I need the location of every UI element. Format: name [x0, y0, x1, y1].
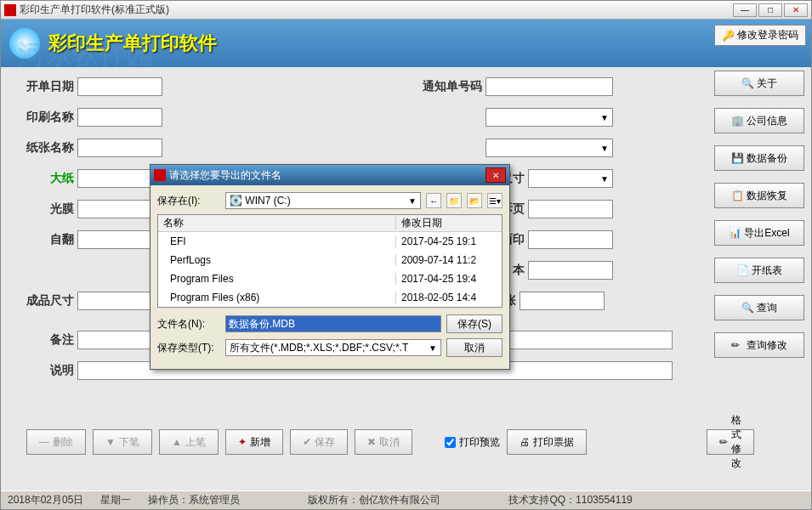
paper-table-button[interactable]: 📄开纸表 — [714, 258, 804, 283]
drive-icon: 💽 — [230, 195, 242, 207]
table-icon: 📄 — [736, 264, 748, 276]
status-qq: 技术支持QQ：1103554119 — [508, 493, 632, 507]
statusbar: 2018年02月05日 星期一 操作员：系统管理员 版权所有：创亿软件有限公司 … — [1, 490, 811, 509]
filename-input[interactable] — [225, 315, 441, 332]
delete-button[interactable]: —删除 — [26, 429, 86, 455]
file-row[interactable]: PerfLogs2009-07-14 11:2 — [158, 251, 502, 269]
file-row[interactable]: Program Files2017-04-25 19:4 — [158, 269, 502, 288]
new-folder-icon[interactable]: 📂 — [467, 193, 482, 208]
about-button[interactable]: 🔍关于 — [714, 71, 804, 96]
main-area: 开单日期 通知单号码 印刷名称 纸张名称 大纸 — [1, 67, 811, 490]
minimize-button[interactable]: — — [733, 3, 757, 17]
key-icon: 🔑 — [722, 30, 734, 42]
paper-name-label: 纸张名称 — [9, 140, 77, 156]
film-label: 光膜 — [9, 201, 77, 217]
file-row[interactable]: Program Files (x86)2018-02-05 14:4 — [158, 288, 502, 307]
company-icon: 🏢 — [731, 115, 743, 127]
print-ticket-button[interactable]: 🖨打印票据 — [507, 429, 587, 455]
save-in-combo[interactable]: 💽 WIN7 (C:) — [225, 192, 421, 209]
printer-icon: 🖨 — [520, 436, 530, 448]
remark-label: 备注 — [9, 332, 77, 348]
file-list-header: 名称 修改日期 — [158, 215, 502, 232]
status-weekday: 星期一 — [100, 493, 131, 507]
book-input[interactable] — [528, 261, 613, 280]
side-buttons: 🔍关于 🏢公司信息 💾数据备份 📋数据恢复 📊导出Excel 📄开纸表 🔍查询 … — [714, 71, 804, 358]
file-list[interactable]: 名称 修改日期 EFI2017-04-25 19:1 PerfLogs2009-… — [157, 214, 503, 308]
add-button[interactable]: ✦新增 — [225, 429, 283, 455]
restore-icon: 📋 — [731, 190, 743, 201]
up-folder-icon[interactable]: 📁 — [446, 193, 462, 208]
minus-icon: — — [39, 436, 49, 448]
dialog-cancel-button[interactable]: 取消 — [446, 338, 503, 357]
date-label: 开单日期 — [9, 79, 77, 94]
single-print-input[interactable] — [528, 230, 613, 249]
magnifier-icon: 🔍 — [741, 302, 753, 314]
format-modify-button[interactable]: ✏格式修改 — [707, 429, 754, 455]
edit-icon: ✏ — [731, 339, 743, 351]
print-name-combo[interactable] — [485, 108, 613, 127]
company-info-button[interactable]: 🏢公司信息 — [714, 108, 804, 133]
change-password-button[interactable]: 🔑 修改登录密码 — [714, 25, 806, 46]
dialog-title: 请选择您要导出的文件名 — [169, 168, 281, 183]
next-button[interactable]: ▼下笔 — [93, 429, 152, 455]
print-name-input[interactable] — [77, 108, 162, 127]
preview-checkbox[interactable]: 打印预览 — [445, 435, 500, 450]
filename-label: 文件名(N): — [157, 317, 220, 332]
app-icon — [4, 4, 16, 16]
window-title: 彩印生产单打印软件(标准正式版) — [20, 3, 733, 17]
filetype-label: 保存类型(T): — [157, 341, 220, 355]
split-page-input[interactable] — [528, 200, 613, 218]
paper-name-combo[interactable] — [485, 139, 613, 157]
view-icon[interactable]: ☰▾ — [487, 193, 503, 208]
sheet-input[interactable] — [520, 292, 605, 310]
change-password-label: 修改登录密码 — [737, 28, 798, 42]
query-button[interactable]: 🔍查询 — [714, 295, 804, 320]
h-scrollbar[interactable] — [158, 307, 502, 308]
filetype-combo[interactable]: 所有文件(*.MDB;*.XLS;*.DBF;*.CSV;*.T — [225, 339, 441, 356]
col-date[interactable]: 修改日期 — [396, 216, 502, 230]
x-icon: ✖ — [367, 436, 376, 448]
preview-check-input[interactable] — [445, 437, 456, 448]
status-date: 2018年02月05日 — [8, 493, 83, 507]
back-icon[interactable]: ← — [426, 193, 441, 208]
save-dialog: 请选择您要导出的文件名 ✕ 保存在(I): 💽 WIN7 (C:) ← 📁 📂 … — [150, 164, 510, 370]
dialog-save-button[interactable]: 保存(S) — [446, 314, 503, 333]
status-operator: 操作员：系统管理员 — [148, 493, 240, 507]
export-excel-button[interactable]: 📊导出Excel — [714, 220, 804, 246]
plus-icon: ✦ — [238, 436, 247, 448]
status-copyright: 版权所有：创亿软件有限公司 — [308, 493, 440, 507]
date-input[interactable] — [77, 77, 162, 96]
col-name[interactable]: 名称 — [158, 216, 396, 230]
search-icon: 🔍 — [741, 77, 753, 89]
cancel-button[interactable]: ✖取消 — [355, 429, 412, 455]
dialog-titlebar: 请选择您要导出的文件名 ✕ — [150, 165, 509, 185]
self-material-combo[interactable] — [528, 169, 613, 188]
restore-button[interactable]: 📋数据恢复 — [714, 183, 804, 208]
dialog-icon — [154, 169, 166, 181]
backup-button[interactable]: 💾数据备份 — [714, 145, 804, 171]
down-icon: ▼ — [105, 436, 116, 448]
print-name-label: 印刷名称 — [9, 110, 77, 125]
desc-label: 说明 — [9, 363, 77, 378]
save-button[interactable]: ✔保存 — [290, 429, 348, 455]
bottom-toolbar: —删除 ▼下笔 ▲上笔 ✦新增 ✔保存 ✖取消 打印预览 🖨打印票据 ✏格式修改 — [26, 429, 587, 455]
prev-button[interactable]: ▲上笔 — [159, 429, 219, 455]
file-row[interactable]: EFI2017-04-25 19:1 — [158, 232, 502, 251]
backup-icon: 💾 — [731, 152, 743, 164]
notify-no-label: 通知单号码 — [400, 79, 485, 94]
maximize-button[interactable]: □ — [758, 3, 782, 17]
close-button[interactable]: ✕ — [784, 3, 808, 17]
product-size-label: 成品尺寸 — [9, 293, 77, 309]
paper-name-input[interactable] — [77, 139, 162, 157]
titlebar: 彩印生产单打印软件(标准正式版) — □ ✕ — [1, 1, 811, 20]
dialog-close-button[interactable]: ✕ — [485, 167, 506, 183]
pencil-icon: ✏ — [719, 436, 728, 448]
query-modify-button[interactable]: ✏查询修改 — [714, 332, 804, 358]
save-in-label: 保存在(I): — [157, 194, 220, 208]
big-paper-label: 大纸 — [9, 171, 77, 186]
header: 河东软件园 彩印生产单打印软件 🔑 修改登录密码 — [1, 20, 811, 67]
up-icon: ▲ — [172, 436, 182, 448]
self-flip-label: 自翻 — [9, 232, 77, 247]
notify-no-input[interactable] — [485, 77, 613, 96]
check-icon: ✔ — [303, 436, 311, 448]
